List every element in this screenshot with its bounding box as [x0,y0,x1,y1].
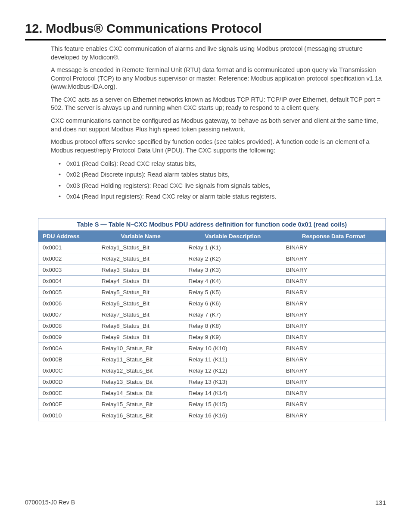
table-row: 0x0002Relay2_Status_BitRelay 2 (K2)BINAR… [38,253,386,264]
table-cell: 0x0009 [38,331,97,342]
table-row: 0x0006Relay6_Status_BitRelay 6 (K6)BINAR… [38,298,386,309]
col-header: Variable Name [97,230,184,242]
table-cell: Relay 6 (K6) [184,298,281,309]
table-row: 0x000BRelay11_Status_BitRelay 11 (K11)BI… [38,354,386,365]
table-header: PDU Address Variable Name Variable Descr… [38,230,386,242]
table-cell: BINARY [281,365,386,376]
table-cell: Relay 14 (K14) [184,387,281,398]
table-cell: 0x0007 [38,309,97,320]
page-number: 131 [375,499,386,506]
modbus-table: Table S — Table N–CXC Modbus PDU address… [38,218,386,421]
table-cell: Relay12_Status_Bit [97,365,184,376]
table-cell: BINARY [281,354,386,365]
table-cell: Relay 1 (K1) [184,242,281,253]
table-row: 0x0005Relay5_Status_BitRelay 5 (K5)BINAR… [38,286,386,298]
table-cell: Relay14_Status_Bit [97,387,184,398]
table-cell: 0x0002 [38,253,97,264]
table-row: 0x000DRelay13_Status_BitRelay 13 (K13)BI… [38,376,386,387]
table-row: 0x0001Relay1_Status_BitRelay 1 (K1)BINAR… [38,242,386,253]
table-row: 0x000CRelay12_Status_BitRelay 12 (K12)BI… [38,365,386,376]
bullet-list: 0x01 (Read Coils): Read CXC relay status… [51,159,386,202]
table-cell: BINARY [281,309,386,320]
list-item: 0x03 (Read Holding registers): Read CXC … [59,181,386,191]
table-cell: BINARY [281,376,386,387]
table-title-row: Table S — Table N–CXC Modbus PDU address… [38,218,386,230]
table-cell: BINARY [281,298,386,309]
table-cell: Relay3_Status_Bit [97,264,184,275]
paragraph: The CXC acts as a server on Ethernet net… [51,96,386,112]
table-row: 0x0003Relay3_Status_BitRelay 3 (K3)BINAR… [38,264,386,275]
table-cell: Relay8_Status_Bit [97,320,184,331]
table-title: Table S — Table N–CXC Modbus PDU address… [38,218,386,230]
table-row: 0x0004Relay4_Status_BitRelay 4 (K4)BINAR… [38,275,386,286]
table-cell: BINARY [281,275,386,286]
table-cell: Relay 10 (K10) [184,342,281,354]
table-cell: Relay15_Status_Bit [97,398,184,410]
table-cell: 0x000D [38,376,97,387]
table-cell: Relay 3 (K3) [184,264,281,275]
table-cell: BINARY [281,264,386,275]
table-cell: 0x0010 [38,410,97,421]
table-cell: Relay 4 (K4) [184,275,281,286]
table-body: 0x0001Relay1_Status_BitRelay 1 (K1)BINAR… [38,242,386,421]
table-cell: Relay 15 (K15) [184,398,281,410]
col-header: Response Data Format [281,230,386,242]
table-cell: 0x0008 [38,320,97,331]
table-cell: BINARY [281,253,386,264]
table-cell: Relay1_Status_Bit [97,242,184,253]
table-cell: Relay 8 (K8) [184,320,281,331]
table-row: 0x000ARelay10_Status_BitRelay 10 (K10)BI… [38,342,386,354]
table-cell: BINARY [281,387,386,398]
table-cell: 0x000E [38,387,97,398]
paragraph: A message is encoded in Remote Terminal … [51,66,386,91]
table-cell: BINARY [281,320,386,331]
table-cell: Relay 12 (K12) [184,365,281,376]
paragraph: CXC communications cannot be configured … [51,117,386,134]
table-cell: 0x000B [38,354,97,365]
col-header: Variable Description [184,230,281,242]
table-cell: BINARY [281,331,386,342]
table-cell: BINARY [281,286,386,298]
table-cell: BINARY [281,242,386,253]
table-cell: 0x000A [38,342,97,354]
body-content: This feature enables CXC communication o… [51,45,386,202]
table-row: 0x0009Relay9_Status_BitRelay 9 (K9)BINAR… [38,331,386,342]
table-row: 0x0007Relay7_Status_BitRelay 7 (K7)BINAR… [38,309,386,320]
table-row: 0x000ERelay14_Status_BitRelay 14 (K14)BI… [38,387,386,398]
table-cell: 0x0005 [38,286,97,298]
table-cell: Relay4_Status_Bit [97,275,184,286]
paragraph: This feature enables CXC communication o… [51,45,386,62]
table-container: Table S — Table N–CXC Modbus PDU address… [38,218,386,421]
table-cell: 0x0004 [38,275,97,286]
table-cell: Relay 11 (K11) [184,354,281,365]
table-cell: 0x000F [38,398,97,410]
table-row: 0x000FRelay15_Status_BitRelay 15 (K15)BI… [38,398,386,410]
table-cell: Relay6_Status_Bit [97,298,184,309]
doc-number: 0700015-J0 Rev B [25,499,75,506]
table-cell: Relay13_Status_Bit [97,376,184,387]
table-cell: Relay 2 (K2) [184,253,281,264]
table-cell: Relay 5 (K5) [184,286,281,298]
table-cell: 0x0003 [38,264,97,275]
col-header: PDU Address [38,230,97,242]
table-cell: 0x0006 [38,298,97,309]
list-item: 0x01 (Read Coils): Read CXC relay status… [59,159,386,169]
table-row: 0x0008Relay8_Status_BitRelay 8 (K8)BINAR… [38,320,386,331]
table-cell: Relay2_Status_Bit [97,253,184,264]
table-row: 0x0010Relay16_Status_BitRelay 16 (K16)BI… [38,410,386,421]
list-item: 0x04 (Read Input registers): Read CXC re… [59,192,386,202]
table-cell: Relay7_Status_Bit [97,309,184,320]
table-cell: 0x0001 [38,242,97,253]
table-cell: 0x000C [38,365,97,376]
table-cell: Relay11_Status_Bit [97,354,184,365]
table-cell: Relay5_Status_Bit [97,286,184,298]
table-cell: Relay 9 (K9) [184,331,281,342]
table-cell: Relay 7 (K7) [184,309,281,320]
table-cell: BINARY [281,398,386,410]
table-cell: Relay 13 (K13) [184,376,281,387]
table-cell: BINARY [281,410,386,421]
table-cell: Relay9_Status_Bit [97,331,184,342]
table-cell: Relay16_Status_Bit [97,410,184,421]
table-cell: Relay10_Status_Bit [97,342,184,354]
page-footer: 0700015-J0 Rev B 131 [25,499,386,506]
